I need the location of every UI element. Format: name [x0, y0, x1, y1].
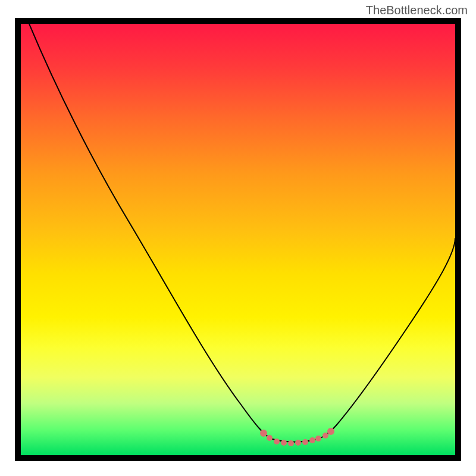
chart-frame: [15, 18, 461, 461]
svg-point-6: [302, 439, 308, 445]
bottom-highlight-dots: [260, 428, 334, 446]
svg-point-5: [295, 440, 301, 446]
svg-point-4: [288, 440, 294, 446]
svg-point-9: [322, 433, 328, 439]
svg-point-2: [274, 439, 280, 444]
bottleneck-chart: [21, 24, 455, 455]
svg-point-8: [315, 436, 321, 441]
svg-point-3: [281, 440, 287, 446]
svg-point-10: [327, 428, 334, 435]
svg-point-1: [267, 435, 273, 441]
watermark-text: TheBottleneck.com: [366, 4, 468, 17]
svg-point-7: [309, 437, 315, 443]
svg-point-0: [260, 430, 267, 437]
bottleneck-curve-line: [29, 24, 455, 442]
